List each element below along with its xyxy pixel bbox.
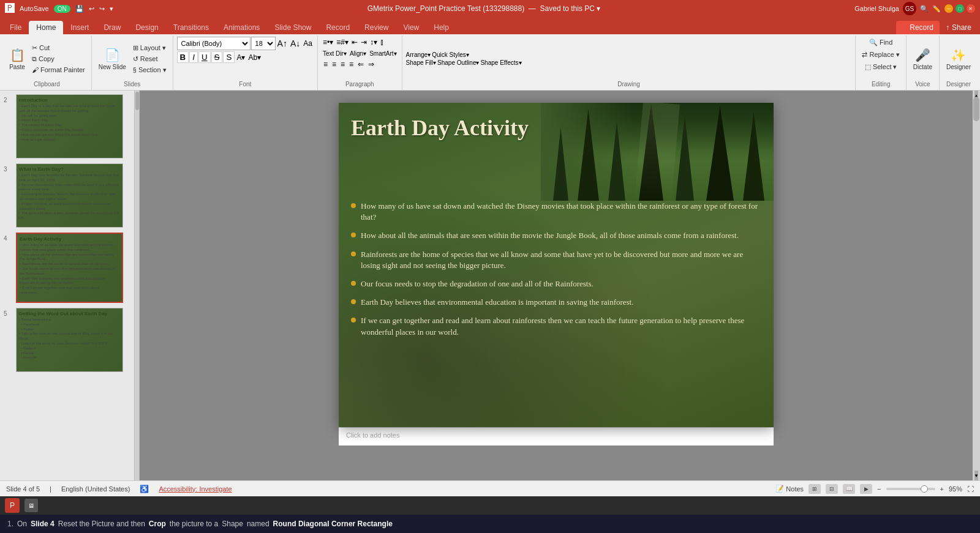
new-slide-button[interactable]: 📄 New Slide bbox=[96, 40, 129, 77]
zoom-minus-icon[interactable]: − bbox=[877, 485, 881, 493]
tab-draw[interactable]: Draw bbox=[96, 21, 128, 34]
save-icon[interactable]: 💾 bbox=[75, 5, 84, 13]
accessibility-label[interactable]: Accessibility: Investigate bbox=[159, 485, 232, 493]
layout-button[interactable]: ⊞ Layout ▾ bbox=[130, 42, 169, 53]
font-size-select[interactable]: 18 bbox=[251, 37, 276, 50]
left-scroll-thumb[interactable] bbox=[135, 92, 139, 110]
font-color-icon[interactable]: A▾ bbox=[235, 52, 246, 63]
tab-help[interactable]: Help bbox=[426, 21, 456, 34]
slideshow-button[interactable]: ▶ bbox=[860, 484, 872, 494]
shadow-button[interactable]: S bbox=[223, 51, 235, 63]
customize-icon[interactable]: ▾ bbox=[110, 5, 113, 13]
reset-button[interactable]: ↺ Reset bbox=[130, 53, 169, 64]
shape-outline-icon[interactable]: Shape Outline▾ bbox=[437, 59, 479, 66]
edit-icon[interactable]: ✏️ bbox=[932, 5, 941, 13]
tab-transitions[interactable]: Transitions bbox=[166, 21, 216, 34]
tab-review[interactable]: Review bbox=[357, 21, 396, 34]
minimize-button[interactable]: ─ bbox=[944, 4, 953, 13]
zoom-level[interactable]: 95% bbox=[949, 485, 962, 493]
title-bar-right: Gabriel Shulga GS 🔍 ✏️ ─ □ ✕ bbox=[854, 2, 975, 15]
font-increase-icon[interactable]: A↑ bbox=[276, 37, 288, 50]
normal-view-button[interactable]: ⊞ bbox=[809, 484, 821, 494]
slide-thumb-3[interactable]: 3 What is Earth Day? • Earth Day was fou… bbox=[2, 162, 132, 229]
left-scroll-bar[interactable] bbox=[135, 91, 140, 480]
add-column-icon[interactable]: ⫿ bbox=[379, 37, 385, 48]
cut-button[interactable]: ✂ Cut bbox=[29, 42, 88, 53]
align-right-icon[interactable]: ≡ bbox=[339, 59, 347, 69]
fit-screen-icon[interactable]: ⛶ bbox=[967, 485, 974, 493]
clear-format-icon[interactable]: Aa bbox=[302, 38, 314, 49]
instruction-shape-label: Shape bbox=[222, 520, 243, 528]
bullets-icon[interactable]: ≡•▾ bbox=[322, 37, 334, 48]
font-family-select[interactable]: Calibri (Body) bbox=[177, 37, 251, 50]
slide-thumb-2[interactable]: 2 Introduction • Earth Day is a day that… bbox=[2, 93, 132, 160]
dictate-button[interactable]: 🎤 Dictate bbox=[910, 40, 935, 77]
redo-icon[interactable]: ↪ bbox=[99, 5, 105, 13]
bullet-dot-3 bbox=[351, 252, 356, 256]
font-decrease-icon[interactable]: A↓ bbox=[289, 37, 301, 50]
slide-thumb-4[interactable]: 4 Earth Day Activity • How many of us ha… bbox=[2, 231, 132, 304]
format-painter-button[interactable]: 🖌 Format Painter bbox=[29, 64, 88, 75]
highlight-icon[interactable]: Ab▾ bbox=[247, 52, 262, 63]
instruction-crop-label: Crop bbox=[149, 520, 166, 528]
tab-record[interactable]: Record bbox=[318, 21, 357, 34]
align-left-icon[interactable]: ≡ bbox=[322, 59, 330, 69]
maximize-button[interactable]: □ bbox=[956, 4, 964, 13]
quick-styles-icon[interactable]: Quick Styles▾ bbox=[432, 51, 469, 58]
numbering-icon[interactable]: ≡#▾ bbox=[335, 37, 350, 48]
align-text-icon[interactable]: Align▾ bbox=[349, 49, 368, 58]
taskbar-powerpoint-icon[interactable]: P bbox=[5, 498, 20, 513]
line-spacing-icon[interactable]: ↕▾ bbox=[369, 37, 379, 48]
undo-icon[interactable]: ↩ bbox=[89, 5, 94, 13]
notes-area[interactable]: Click to add notes bbox=[339, 427, 774, 445]
tab-file[interactable]: File bbox=[2, 21, 29, 34]
autosave-toggle[interactable]: ON bbox=[54, 5, 70, 13]
italic-button[interactable]: I bbox=[189, 51, 198, 63]
indent-less-icon[interactable]: ⇤ bbox=[350, 37, 359, 48]
section-button[interactable]: § Section ▾ bbox=[130, 64, 169, 75]
copy-button[interactable]: ⧉ Copy bbox=[29, 53, 88, 64]
close-button[interactable]: ✕ bbox=[967, 4, 975, 13]
underline-button[interactable]: U bbox=[198, 51, 211, 63]
bullet-dot-6 bbox=[351, 318, 356, 322]
designer-button[interactable]: ✨ Designer bbox=[943, 40, 974, 77]
align-center-icon[interactable]: ≡ bbox=[330, 59, 338, 69]
notes-toggle[interactable]: 📝 Notes bbox=[775, 485, 804, 493]
slide-canvas[interactable]: Earth Day Activity How many of us have s… bbox=[339, 103, 774, 427]
tab-animations[interactable]: Animations bbox=[216, 21, 267, 34]
bold-button[interactable]: B bbox=[177, 51, 189, 63]
select-button[interactable]: ⬚ Select ▾ bbox=[862, 61, 900, 72]
shape-fill-icon[interactable]: Shape Fill▾ bbox=[406, 59, 436, 66]
tab-design[interactable]: Design bbox=[128, 21, 165, 34]
smartart-icon[interactable]: SmartArt▾ bbox=[368, 49, 398, 58]
taskbar-app-icon[interactable]: 🖥 bbox=[24, 499, 38, 512]
replace-button[interactable]: ⇄ Replace ▾ bbox=[859, 49, 902, 60]
shape-effects-icon[interactable]: Shape Effects▾ bbox=[480, 59, 521, 66]
paste-button[interactable]: 📋 Paste bbox=[6, 40, 28, 77]
ltr-icon[interactable]: ⇒ bbox=[366, 59, 376, 69]
reading-view-button[interactable]: 📖 bbox=[843, 484, 855, 494]
share-tab-button[interactable]: ↑ Share bbox=[940, 21, 978, 34]
tab-insert[interactable]: Insert bbox=[63, 21, 96, 34]
rtl-icon[interactable]: ⇐ bbox=[356, 59, 366, 69]
right-scroll-bar[interactable]: ▲ ▼ bbox=[973, 91, 980, 480]
justify-icon[interactable]: ≡ bbox=[347, 59, 355, 69]
scroll-down-arrow[interactable]: ▼ bbox=[974, 471, 978, 480]
tab-view[interactable]: View bbox=[396, 21, 426, 34]
zoom-plus-icon[interactable]: + bbox=[940, 485, 944, 493]
record-tab-button[interactable]: Record bbox=[896, 21, 940, 34]
slide-thumb-5[interactable]: 5 Getting the Word Out about Earth Day •… bbox=[2, 307, 132, 373]
slide-sorter-button[interactable]: ⊟ bbox=[826, 484, 838, 494]
search-icon[interactable]: 🔍 bbox=[920, 5, 929, 13]
find-button[interactable]: 🔍 Find bbox=[867, 37, 895, 48]
slide-content-area[interactable]: How many of us have sat down and watched… bbox=[351, 201, 761, 421]
strikethrough-button[interactable]: S bbox=[211, 51, 223, 63]
tab-slideshow[interactable]: Slide Show bbox=[267, 21, 318, 34]
zoom-slider[interactable] bbox=[886, 488, 935, 490]
scroll-thumb[interactable] bbox=[973, 97, 979, 121]
text-direction-icon[interactable]: Text Dir▾ bbox=[322, 49, 348, 58]
arrange-icon[interactable]: Arrange▾ bbox=[406, 51, 431, 58]
tab-home[interactable]: Home bbox=[29, 21, 63, 34]
indent-more-icon[interactable]: ⇥ bbox=[360, 37, 368, 48]
zoom-thumb[interactable] bbox=[921, 485, 928, 493]
